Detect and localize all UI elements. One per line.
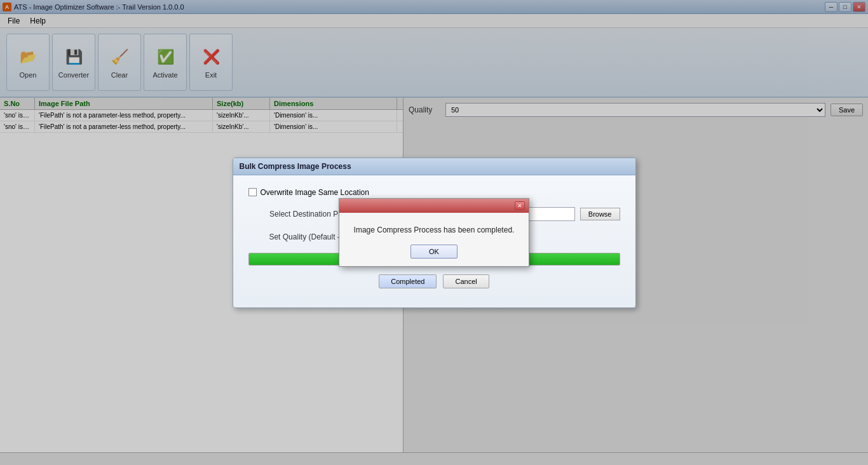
alert-close-button[interactable]: ✕ — [515, 201, 525, 210]
alert-body: Image Compress Process has been complete… — [339, 213, 529, 266]
alert-ok-button[interactable]: OK — [410, 245, 458, 259]
alert-dialog: ✕ Image Compress Process has been comple… — [339, 198, 529, 267]
alert-overlay: ✕ Image Compress Process has been comple… — [0, 0, 868, 465]
alert-message: Image Compress Process has been complete… — [349, 226, 519, 234]
alert-title-bar: ✕ — [339, 199, 529, 213]
